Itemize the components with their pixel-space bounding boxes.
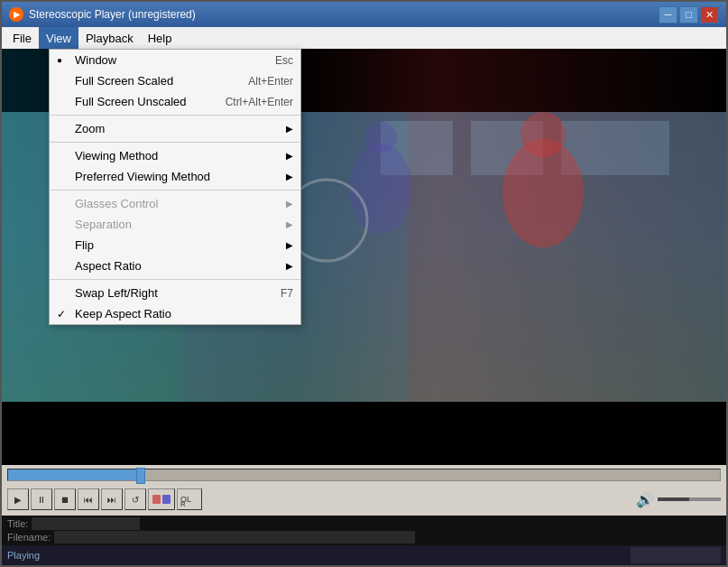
swap-lr-shortcut: F7 (281, 287, 293, 300)
title-bar: ▶ Stereoscopic Player (unregistered) ─ □… (2, 2, 726, 27)
filename-row: Filename: (7, 531, 721, 544)
next-button[interactable]: ⏭ (101, 488, 123, 510)
volume-level (658, 497, 689, 501)
filename-value (54, 531, 415, 544)
window-controls: ─ □ ✕ (659, 6, 719, 23)
menu-item-preferred-viewing-method[interactable]: Preferred Viewing Method ▶ (50, 166, 300, 187)
preferred-viewing-method-label: Preferred Viewing Method (75, 170, 210, 183)
play-button[interactable]: ▶ (7, 488, 29, 510)
status-text: Playing (7, 550, 40, 561)
flip-label: Flip (75, 238, 94, 252)
menu-item-zoom[interactable]: Zoom ▶ (50, 118, 300, 139)
aspect-ratio-label: Aspect Ratio (75, 259, 142, 273)
seek-handle[interactable] (136, 468, 145, 484)
maximize-button[interactable]: □ (679, 6, 698, 23)
minimize-button[interactable]: ─ (659, 6, 677, 23)
view-dropdown-menu: ● Window Esc Full Screen Scaled Alt+Ente… (49, 49, 301, 325)
svg-text:R: R (180, 500, 186, 507)
glasses-control-arrow: ▶ (286, 199, 293, 209)
zoom-label: Zoom (75, 122, 105, 135)
menu-playback[interactable]: Playback (78, 27, 141, 49)
fullscreen-scaled-label: Full Screen Scaled (75, 74, 173, 88)
svg-rect-14 (152, 495, 161, 504)
menu-item-swap-lr[interactable]: Swap Left/Right F7 (50, 283, 300, 303)
separator-4 (50, 279, 300, 280)
title-label: Title: (7, 518, 28, 529)
menu-item-glasses-control: Glasses Control ▶ (50, 193, 300, 214)
info-bar: Title: Filename: (2, 516, 726, 545)
seek-bar-container (2, 465, 726, 483)
preferred-viewing-method-arrow: ▶ (286, 172, 293, 181)
title-value (32, 517, 140, 530)
glasses-control-label: Glasses Control (75, 197, 158, 210)
menu-item-aspect-ratio[interactable]: Aspect Ratio ▶ (50, 256, 300, 276)
separator-2 (50, 142, 300, 143)
fullscreen-unscaled-label: Full Screen Unscaled (75, 95, 187, 108)
window-bullet: ● (57, 55, 62, 65)
pause-button[interactable]: ⏸ (31, 488, 52, 510)
window-label: Window (75, 53, 116, 67)
flip-arrow: ▶ (286, 240, 293, 250)
separator-1 (50, 115, 300, 116)
viewing-method-label: Viewing Method (75, 149, 158, 163)
zoom-arrow: ▶ (286, 124, 293, 134)
aspect-ratio-arrow: ▶ (286, 261, 293, 271)
menu-bar: File View Playback Help ● Window Esc Ful… (2, 27, 726, 49)
filename-label: Filename: (7, 532, 51, 543)
svg-rect-15 (162, 495, 170, 504)
black-bar-bottom (2, 402, 726, 465)
menu-item-separation: Separation ▶ (50, 214, 300, 235)
separator-3 (50, 190, 300, 191)
keep-aspect-label: Keep Aspect Ratio (75, 307, 171, 321)
title-text: Stereoscopic Player (unregistered) (29, 8, 653, 21)
menu-item-fullscreen-unscaled[interactable]: Full Screen Unscaled Ctrl+Alt+Enter (50, 91, 300, 112)
menu-file[interactable]: File (5, 27, 39, 49)
menu-item-viewing-method[interactable]: Viewing Method ▶ (50, 145, 300, 166)
volume-slider[interactable] (658, 497, 721, 501)
controls-area: ▶ ⏸ ⏹ ⏮ ⏭ ↺ OL R (2, 465, 726, 565)
volume-area: 🔊 (636, 491, 721, 508)
app-icon: ▶ (9, 7, 23, 22)
menu-item-keep-aspect[interactable]: ✓ Keep Aspect Ratio (50, 303, 300, 324)
app-window: ▶ Stereoscopic Player (unregistered) ─ □… (0, 0, 728, 567)
prev-button[interactable]: ⏮ (78, 488, 99, 510)
fullscreen-scaled-shortcut: Alt+Enter (248, 75, 293, 88)
close-button[interactable]: ✕ (700, 6, 719, 23)
status-bar: Playing (2, 545, 726, 565)
fullscreen-unscaled-shortcut: Ctrl+Alt+Enter (226, 96, 293, 108)
menu-item-fullscreen-scaled[interactable]: Full Screen Scaled Alt+Enter (50, 70, 300, 91)
transport-bar: ▶ ⏸ ⏹ ⏮ ⏭ ↺ OL R (2, 483, 726, 516)
window-shortcut: Esc (275, 54, 293, 67)
lr-toggle-button[interactable]: OL R (177, 488, 202, 510)
stop-button[interactable]: ⏹ (54, 488, 76, 510)
menu-view[interactable]: View (39, 27, 78, 49)
3d-mode-button[interactable] (148, 488, 175, 510)
menu-item-window[interactable]: ● Window Esc (50, 50, 300, 70)
separation-arrow: ▶ (286, 219, 293, 229)
seek-progress (8, 469, 136, 480)
menu-item-flip[interactable]: Flip ▶ (50, 235, 300, 256)
status-right-panel (631, 547, 721, 563)
separation-label: Separation (75, 218, 132, 231)
viewing-method-arrow: ▶ (286, 151, 293, 161)
seek-bar[interactable] (7, 469, 721, 481)
keep-aspect-check: ✓ (57, 308, 66, 321)
title-row: Title: (7, 517, 721, 530)
swap-lr-label: Swap Left/Right (75, 286, 158, 300)
menu-help[interactable]: Help (141, 27, 180, 49)
loop-button[interactable]: ↺ (124, 488, 146, 510)
volume-icon: 🔊 (636, 491, 654, 508)
